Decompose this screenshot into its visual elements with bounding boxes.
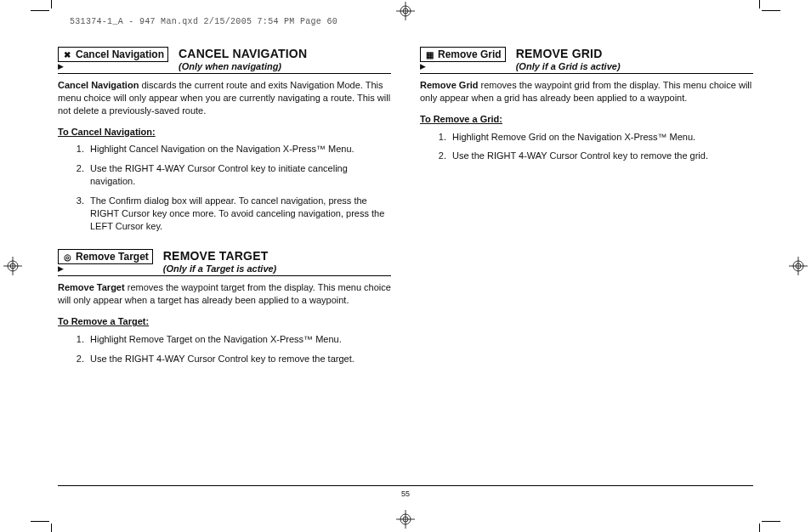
section-title: REMOVE GRID (516, 47, 753, 60)
footer-rule (58, 485, 753, 486)
grid-icon: ▦ (424, 49, 434, 59)
menu-chip-remove-target: ◎ Remove Target (58, 249, 153, 264)
menu-chip-label: Remove Grid (438, 48, 502, 60)
step-item: The Confirm dialog box will appear. To c… (87, 195, 391, 233)
registration-mark-icon (789, 257, 808, 275)
registration-mark-icon (3, 257, 22, 275)
procedure-heading: To Remove a Target: (58, 315, 391, 328)
step-item: Highlight Remove Grid on the Navigation … (449, 131, 753, 144)
step-item: Highlight Cancel Navigation on the Navig… (87, 143, 391, 156)
section-title: REMOVE TARGET (163, 249, 391, 263)
section-title: CANCEL NAVIGATION (179, 47, 391, 60)
section-remove-target: ◎ Remove Target ▶ REMOVE TARGET (Only if… (58, 249, 391, 365)
left-column: ✖ Cancel Navigation ▶ CANCEL NAVIGATION … (58, 47, 391, 382)
menu-chip-label: Remove Target (76, 251, 149, 263)
procedure-steps: Highlight Cancel Navigation on the Navig… (58, 143, 391, 232)
menu-chip-remove-grid: ▦ Remove Grid (420, 47, 506, 62)
section-paragraph: Remove Grid removes the waypoint grid fr… (420, 79, 753, 105)
procedure-heading: To Remove a Grid: (420, 113, 753, 126)
section-subtitle: (Only if a Grid is active) (516, 61, 753, 71)
section-cancel-navigation: ✖ Cancel Navigation ▶ CANCEL NAVIGATION … (58, 47, 391, 232)
menu-chip-label: Cancel Navigation (76, 48, 164, 60)
registration-mark-icon (396, 510, 415, 529)
procedure-steps: Highlight Remove Grid on the Navigation … (420, 131, 753, 163)
section-paragraph: Remove Target removes the waypoint targe… (58, 281, 391, 307)
cancel-icon: ✖ (62, 49, 72, 59)
right-column: ▦ Remove Grid ▶ REMOVE GRID (Only if a G… (420, 47, 753, 382)
target-icon: ◎ (62, 252, 72, 262)
arrow-right-icon: ▶ (58, 62, 64, 71)
registration-mark-icon (396, 2, 415, 20)
page-body: ✖ Cancel Navigation ▶ CANCEL NAVIGATION … (58, 47, 753, 498)
print-slug: 531374-1_A - 947 Man.qxd 2/15/2005 7:54 … (70, 17, 337, 26)
procedure-steps: Highlight Remove Target on the Navigatio… (58, 333, 391, 365)
step-item: Use the RIGHT 4-WAY Cursor Control key t… (449, 150, 753, 162)
arrow-right-icon: ▶ (58, 264, 64, 273)
section-paragraph: Cancel Navigation discards the current r… (58, 79, 391, 117)
step-item: Use the RIGHT 4-WAY Cursor Control key t… (87, 162, 391, 188)
page-number: 55 (0, 490, 811, 498)
section-subtitle: (Only if a Target is active) (163, 263, 391, 274)
section-remove-grid: ▦ Remove Grid ▶ REMOVE GRID (Only if a G… (420, 47, 753, 162)
step-item: Highlight Remove Target on the Navigatio… (87, 333, 391, 346)
step-item: Use the RIGHT 4-WAY Cursor Control key t… (87, 353, 391, 365)
arrow-right-icon: ▶ (420, 62, 426, 71)
procedure-heading: To Cancel Navigation: (58, 126, 391, 139)
menu-chip-cancel-navigation: ✖ Cancel Navigation (58, 47, 168, 62)
section-subtitle: (Only when navigating) (179, 61, 391, 71)
